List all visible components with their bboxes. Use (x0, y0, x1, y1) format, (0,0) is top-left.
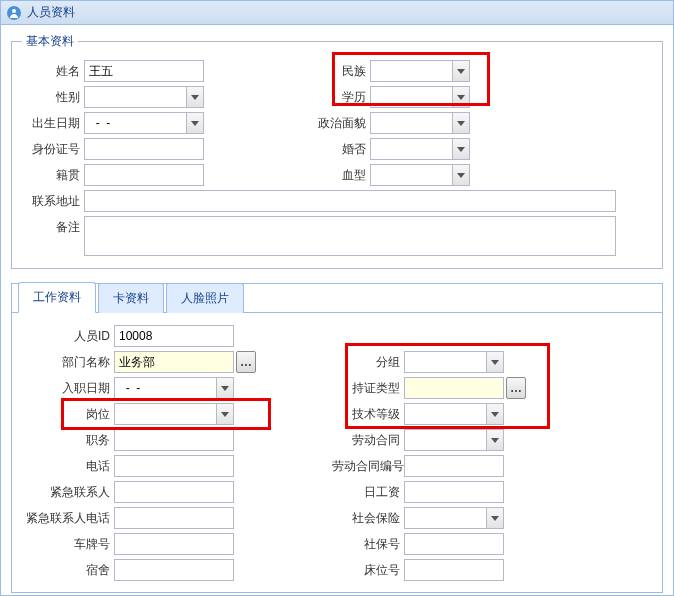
tab-face[interactable]: 人脸照片 (166, 283, 244, 313)
label-education: 学历 (308, 89, 370, 106)
post-select[interactable] (114, 403, 234, 425)
dorm-input[interactable] (114, 559, 234, 581)
duty-input[interactable] (114, 429, 234, 451)
label-group: 分组 (332, 354, 404, 371)
label-birth: 出生日期 (22, 115, 84, 132)
emergency-contact-input[interactable] (114, 481, 234, 503)
name-input[interactable] (84, 60, 204, 82)
label-idno: 身份证号 (22, 141, 84, 158)
label-hire-date: 入职日期 (22, 380, 114, 397)
tab-body-work: 人员ID 部门名称 … 分组 (12, 313, 662, 596)
label-gender: 性别 (22, 89, 84, 106)
label-contact-addr: 联系地址 (22, 193, 84, 210)
bed-input[interactable] (404, 559, 504, 581)
label-political: 政治面貌 (308, 115, 370, 132)
chevron-down-icon[interactable] (186, 87, 203, 107)
cert-type-input[interactable] (404, 377, 504, 399)
basic-info-legend: 基本资料 (22, 33, 78, 50)
label-plate: 车牌号 (22, 536, 114, 553)
label-person-id: 人员ID (22, 328, 114, 345)
phone-input[interactable] (114, 455, 234, 477)
label-emergency-phone: 紧急联系人电话 (22, 510, 114, 527)
tech-level-select[interactable] (404, 403, 504, 425)
label-insurance: 社会保险 (332, 510, 404, 527)
basic-info-group: 基本资料 姓名 民族 性别 (11, 33, 663, 269)
chevron-down-icon[interactable] (452, 113, 469, 133)
label-contract: 劳动合同 (332, 432, 404, 449)
birth-date-picker[interactable] (84, 112, 204, 134)
education-select[interactable] (370, 86, 470, 108)
chevron-down-icon[interactable] (216, 404, 233, 424)
label-blood: 血型 (308, 167, 370, 184)
label-remark: 备注 (22, 216, 84, 236)
hire-date-picker[interactable] (114, 377, 234, 399)
label-ssn: 社保号 (332, 536, 404, 553)
nation-select[interactable] (370, 60, 470, 82)
idno-input[interactable] (84, 138, 204, 160)
cert-type-lookup-button[interactable]: … (506, 377, 526, 399)
window-titlebar: 人员资料 (1, 1, 673, 25)
svg-point-0 (12, 9, 16, 13)
remark-textarea[interactable] (84, 216, 616, 256)
marriage-select[interactable] (370, 138, 470, 160)
label-marriage: 婚否 (308, 141, 370, 158)
chevron-down-icon[interactable] (216, 378, 233, 398)
detail-tabs: 工作资料 卡资料 人脸照片 人员ID 部门名称 … (11, 283, 663, 593)
tab-strip: 工作资料 卡资料 人脸照片 (12, 283, 662, 313)
window-title: 人员资料 (27, 4, 75, 21)
user-icon (7, 6, 21, 20)
dept-input[interactable] (114, 351, 234, 373)
chevron-down-icon[interactable] (186, 113, 203, 133)
label-bed: 床位号 (332, 562, 404, 579)
day-wage-input[interactable] (404, 481, 504, 503)
label-nation: 民族 (308, 63, 370, 80)
label-duty: 职务 (22, 432, 114, 449)
political-select[interactable] (370, 112, 470, 134)
label-tech-level: 技术等级 (332, 406, 404, 423)
label-dept: 部门名称 (22, 354, 114, 371)
tab-work[interactable]: 工作资料 (18, 282, 96, 313)
label-dorm: 宿舍 (22, 562, 114, 579)
native-input[interactable] (84, 164, 204, 186)
person-id-input[interactable] (114, 325, 234, 347)
chevron-down-icon[interactable] (486, 430, 503, 450)
emergency-phone-input[interactable] (114, 507, 234, 529)
chevron-down-icon[interactable] (486, 352, 503, 372)
chevron-down-icon[interactable] (452, 61, 469, 81)
gender-select[interactable] (84, 86, 204, 108)
chevron-down-icon[interactable] (452, 139, 469, 159)
label-day-wage: 日工资 (332, 484, 404, 501)
chevron-down-icon[interactable] (486, 404, 503, 424)
label-phone: 电话 (22, 458, 114, 475)
plate-input[interactable] (114, 533, 234, 555)
label-native: 籍贯 (22, 167, 84, 184)
insurance-select[interactable] (404, 507, 504, 529)
tab-card[interactable]: 卡资料 (98, 283, 164, 313)
chevron-down-icon[interactable] (486, 508, 503, 528)
contact-addr-input[interactable] (84, 190, 616, 212)
label-post: 岗位 (22, 406, 114, 423)
label-contract-no: 劳动合同编号 (332, 458, 404, 475)
ssn-input[interactable] (404, 533, 504, 555)
contract-select[interactable] (404, 429, 504, 451)
label-cert-type: 持证类型 (332, 380, 404, 397)
label-name: 姓名 (22, 63, 84, 80)
blood-select[interactable] (370, 164, 470, 186)
contract-no-input[interactable] (404, 455, 504, 477)
chevron-down-icon[interactable] (452, 165, 469, 185)
chevron-down-icon[interactable] (452, 87, 469, 107)
dept-lookup-button[interactable]: … (236, 351, 256, 373)
group-select[interactable] (404, 351, 504, 373)
label-emergency-contact: 紧急联系人 (22, 484, 114, 501)
